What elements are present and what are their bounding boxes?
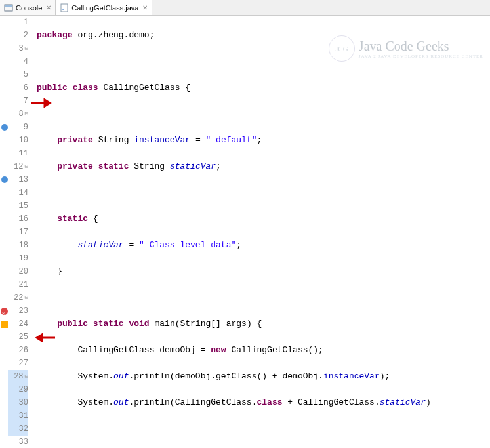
line-number: 21 <box>8 278 28 291</box>
line-number: 26 <box>8 344 28 357</box>
line-number: 28⊟ <box>8 370 28 383</box>
line-number: 18 <box>8 239 28 252</box>
line-number: 22⊟ <box>8 291 28 304</box>
warn-marker-icon <box>1 321 8 328</box>
line-number: 19 <box>8 252 28 265</box>
line-number: 3⊟ <box>8 42 28 55</box>
console-icon <box>4 3 13 12</box>
fold-icon[interactable]: ⊟ <box>25 108 28 121</box>
annotation-arrow-icon <box>30 333 56 342</box>
line-number: 32 <box>8 422 28 436</box>
line-number: 30 <box>8 396 28 409</box>
line-number: 12⊟ <box>8 160 28 173</box>
line-number: 5 <box>8 68 28 81</box>
tab-file[interactable]: J CallingGetClass.java ✕ <box>56 0 152 15</box>
line-number: 17 <box>8 226 28 239</box>
breakpoint-icon <box>1 176 8 183</box>
tab-file-label: CallingGetClass.java <box>71 4 138 12</box>
line-number: 24 <box>8 317 28 331</box>
line-number-gutter: 123⊟45678⊟9101112⊟13141516171819202122⊟2… <box>8 16 31 448</box>
code-area[interactable]: package org.zheng.demo; public class Cal… <box>31 16 490 448</box>
line-number: 15 <box>8 199 28 213</box>
fold-icon[interactable]: ⊟ <box>25 42 28 55</box>
fold-icon[interactable]: ⊟ <box>25 291 28 304</box>
watermark-badge: JCG <box>329 35 355 62</box>
marker-gutter <box>0 16 8 448</box>
line-number: 29 <box>8 383 28 396</box>
breakpoint-icon <box>1 124 8 131</box>
line-number: 9 <box>8 121 28 134</box>
line-number: 8⊟ <box>8 108 28 121</box>
line-number: 23 <box>8 304 28 317</box>
svg-rect-1 <box>5 5 12 7</box>
java-file-icon: J <box>60 3 69 12</box>
code-editor: JCG Java Code Geeks JAVA 2 JAVA DEVELOPE… <box>0 16 490 448</box>
line-number: 27 <box>8 357 28 370</box>
line-number: 16 <box>8 213 28 226</box>
fold-icon[interactable]: ⊟ <box>25 370 28 383</box>
line-number: 31 <box>8 409 28 422</box>
tab-console-label: Console <box>16 4 42 12</box>
annotation-arrow-icon <box>30 98 56 108</box>
line-number: 10 <box>8 134 28 147</box>
line-number: 4 <box>8 55 28 68</box>
line-number: 11 <box>8 147 28 160</box>
tab-console[interactable]: Console ✕ <box>0 0 56 15</box>
line-number: 1 <box>8 16 28 29</box>
fold-icon[interactable]: ⊟ <box>25 160 28 173</box>
watermark-sub: JAVA 2 JAVA DEVELOPERS RESOURCE CENTER <box>359 54 483 59</box>
svg-text:J: J <box>62 6 65 10</box>
line-number: 6 <box>8 81 28 94</box>
line-number: 20 <box>8 265 28 278</box>
line-number: 14 <box>8 186 28 199</box>
editor-tabs: Console ✕ J CallingGetClass.java ✕ <box>0 0 490 16</box>
line-number: 7 <box>8 94 28 108</box>
line-number: 25 <box>8 331 28 344</box>
watermark-main: Java Code Geeks <box>359 39 449 53</box>
line-number: 33 <box>8 436 28 448</box>
line-number: 2 <box>8 29 28 42</box>
watermark-logo: JCG Java Code Geeks JAVA 2 JAVA DEVELOPE… <box>329 35 483 62</box>
close-icon[interactable]: ✕ <box>142 4 148 11</box>
error-marker-icon <box>1 308 8 315</box>
line-number: 13 <box>8 173 28 186</box>
close-icon[interactable]: ✕ <box>46 4 51 11</box>
